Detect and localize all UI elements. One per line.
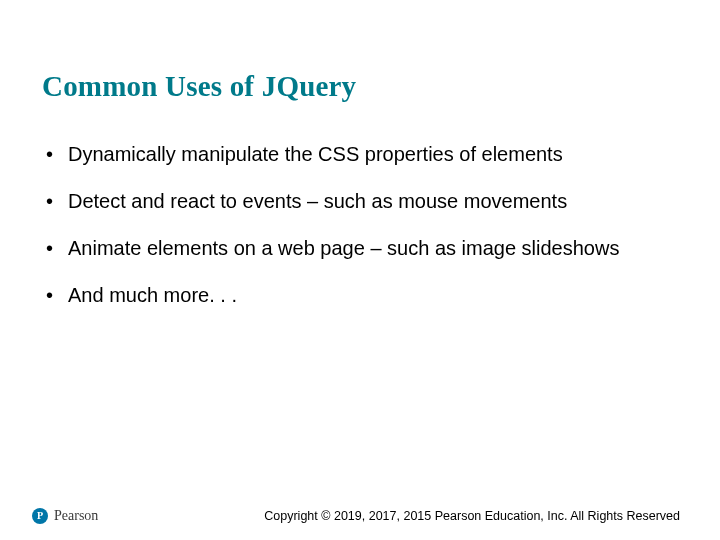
bullet-list: Dynamically manipulate the CSS propertie…	[42, 142, 678, 330]
pearson-logo: P Pearson	[32, 508, 98, 524]
slide: Common Uses of JQuery Dynamically manipu…	[0, 0, 720, 540]
pearson-logo-text: Pearson	[54, 508, 98, 524]
pearson-logo-icon: P	[32, 508, 48, 524]
list-item: And much more. . .	[42, 283, 678, 308]
list-item: Detect and react to events – such as mou…	[42, 189, 678, 214]
copyright-text: Copyright © 2019, 2017, 2015 Pearson Edu…	[264, 509, 680, 523]
list-item: Animate elements on a web page – such as…	[42, 236, 678, 261]
footer: P Pearson Copyright © 2019, 2017, 2015 P…	[0, 508, 720, 524]
slide-title: Common Uses of JQuery	[42, 70, 356, 103]
list-item: Dynamically manipulate the CSS propertie…	[42, 142, 678, 167]
